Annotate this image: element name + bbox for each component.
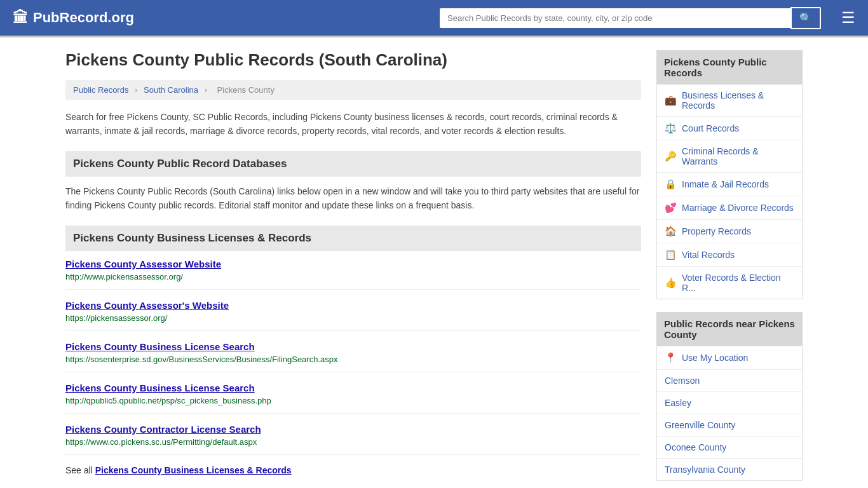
record-entry-3: Pickens County Business License Search h… — [65, 383, 641, 414]
nearby-item-oconee[interactable]: Oconee County — [657, 437, 802, 459]
marriage-icon: 💕 — [665, 202, 677, 214]
search-bar: 🔍 — [440, 7, 821, 29]
location-icon: 📍 — [665, 352, 677, 363]
nearby-use-location[interactable]: 📍 Use My Location — [657, 346, 802, 370]
sidebar-link-property[interactable]: Property Records — [682, 226, 751, 236]
databases-description: The Pickens County Public Records (South… — [65, 184, 641, 213]
record-entry-4: Pickens County Contractor License Search… — [65, 424, 641, 455]
menu-icon[interactable]: ☰ — [841, 9, 855, 27]
property-icon: 🏠 — [665, 226, 677, 237]
nearby-link-location[interactable]: Use My Location — [682, 353, 748, 363]
sidebar-item-marriage[interactable]: 💕 Marriage & Divorce Records — [657, 196, 802, 220]
breadcrumb-public-records[interactable]: Public Records — [73, 85, 128, 95]
main-content: Pickens County Public Records (South Car… — [65, 50, 641, 481]
sidebar-records-list: 💼 Business Licenses & Records ⚖️ Court R… — [656, 85, 803, 299]
nearby-item-transylvania[interactable]: Transylvania County — [657, 459, 802, 480]
court-icon: ⚖️ — [665, 123, 677, 134]
see-all: See all Pickens County Business Licenses… — [65, 465, 641, 475]
record-title-3[interactable]: Pickens County Business License Search — [65, 383, 641, 393]
record-title-1[interactable]: Pickens County Assessor's Website — [65, 300, 641, 311]
breadcrumb-south-carolina[interactable]: South Carolina — [144, 85, 198, 95]
record-url-0[interactable]: http://www.pickensassessor.org/ — [65, 272, 183, 281]
logo-icon: 🏛 — [13, 9, 28, 27]
record-title-0[interactable]: Pickens County Assessor Website — [65, 259, 641, 269]
sidebar-link-vital[interactable]: Vital Records — [682, 250, 735, 260]
page-description: Search for free Pickens County, SC Publi… — [65, 110, 641, 139]
main-container: Pickens County Public Records (South Car… — [53, 37, 815, 488]
record-entry-1: Pickens County Assessor's Website https:… — [65, 300, 641, 331]
sidebar-link-marriage[interactable]: Marriage & Divorce Records — [682, 203, 794, 213]
vital-icon: 📋 — [665, 249, 677, 261]
search-button[interactable]: 🔍 — [790, 7, 821, 29]
sidebar-item-criminal[interactable]: 🔑 Criminal Records & Warrants — [657, 140, 802, 173]
sidebar-item-property[interactable]: 🏠 Property Records — [657, 220, 802, 243]
sidebar-item-vital[interactable]: 📋 Vital Records — [657, 243, 802, 267]
sidebar-link-voter[interactable]: Voter Records & Election R... — [682, 273, 794, 293]
breadcrumb: Public Records › South Carolina › Picken… — [65, 80, 641, 100]
see-all-link[interactable]: Pickens County Business Licenses & Recor… — [95, 465, 292, 475]
record-entry-2: Pickens County Business License Search h… — [65, 341, 641, 372]
nearby-list: 📍 Use My Location Clemson Easley Greenvi… — [656, 346, 803, 481]
sidebar-item-court[interactable]: ⚖️ Court Records — [657, 117, 802, 140]
logo-text: PubRecord.org — [33, 10, 134, 26]
record-url-3[interactable]: http://qpublic5.qpublic.net/psp/sc_picke… — [65, 396, 271, 405]
record-url-1[interactable]: https://pickensassessor.org/ — [65, 313, 167, 323]
breadcrumb-pickens-county: Pickens County — [217, 85, 275, 95]
record-url-4[interactable]: https://www.co.pickens.sc.us/Permitting/… — [65, 437, 257, 447]
record-title-2[interactable]: Pickens County Business License Search — [65, 341, 641, 352]
sidebar-link-inmate[interactable]: Inmate & Jail Records — [682, 179, 769, 189]
page-title: Pickens County Public Records (South Car… — [65, 50, 641, 70]
record-entry-0: Pickens County Assessor Website http://w… — [65, 259, 641, 290]
business-icon: 💼 — [665, 95, 677, 106]
nearby-item-greenville[interactable]: Greenville County — [657, 414, 802, 437]
sidebar-link-court[interactable]: Court Records — [682, 123, 739, 133]
nearby-link-oconee[interactable]: Oconee County — [665, 442, 726, 452]
record-url-2[interactable]: https://sosenterprise.sd.gov/BusinessSer… — [65, 355, 337, 364]
sidebar: Pickens County Public Records 💼 Business… — [656, 50, 803, 481]
breadcrumb-sep-1: › — [135, 85, 140, 95]
site-header: 🏛 PubRecord.org 🔍 ☰ — [0, 0, 868, 37]
nearby-link-clemson[interactable]: Clemson — [665, 376, 700, 386]
search-input[interactable] — [440, 8, 790, 28]
nearby-link-easley[interactable]: Easley — [665, 398, 691, 408]
nearby-link-transylvania[interactable]: Transylvania County — [665, 464, 745, 475]
sidebar-link-business[interactable]: Business Licenses & Records — [682, 90, 794, 111]
sidebar-item-inmate[interactable]: 🔒 Inmate & Jail Records — [657, 173, 802, 196]
record-title-4[interactable]: Pickens County Contractor License Search — [65, 424, 641, 435]
voter-icon: 👍 — [665, 277, 677, 288]
databases-section-header: Pickens County Public Record Databases — [65, 151, 641, 177]
inmate-icon: 🔒 — [665, 179, 677, 190]
nearby-item-easley[interactable]: Easley — [657, 392, 802, 414]
sidebar-item-business[interactable]: 💼 Business Licenses & Records — [657, 85, 802, 117]
business-section-header: Pickens County Business Licenses & Recor… — [65, 226, 641, 251]
nearby-title: Public Records near Pickens County — [656, 312, 803, 346]
sidebar-link-criminal[interactable]: Criminal Records & Warrants — [682, 146, 794, 166]
site-logo[interactable]: 🏛 PubRecord.org — [13, 9, 134, 27]
breadcrumb-sep-2: › — [205, 85, 210, 95]
sidebar-public-records-title: Pickens County Public Records — [656, 50, 803, 85]
sidebar-item-voter[interactable]: 👍 Voter Records & Election R... — [657, 267, 802, 299]
nearby-link-greenville[interactable]: Greenville County — [665, 420, 735, 430]
criminal-icon: 🔑 — [665, 151, 677, 162]
nearby-item-clemson[interactable]: Clemson — [657, 370, 802, 392]
